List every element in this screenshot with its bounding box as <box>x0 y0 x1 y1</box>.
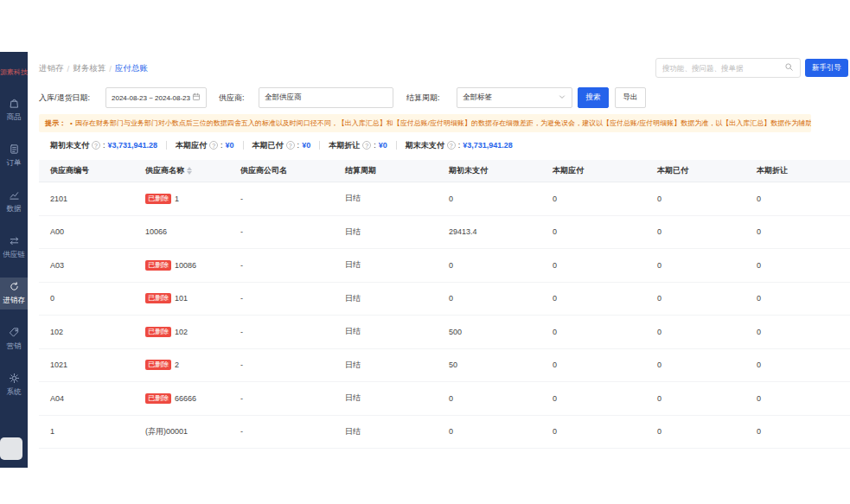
cell-opening: 0 <box>438 261 541 270</box>
supplier-name: (弃用)00001 <box>145 426 188 437</box>
cell-paid: 0 <box>646 328 745 336</box>
sidebar-item-supply-chain[interactable]: 供应链 <box>0 232 28 264</box>
table-row[interactable]: A0010066-日结29413.4000 <box>39 216 850 250</box>
cell-paid: 0 <box>646 394 745 403</box>
table-row[interactable]: 2101已删除1-日结0000 <box>39 182 850 216</box>
summary-colon: : <box>220 141 223 150</box>
cell-company: - <box>229 195 334 203</box>
breadcrumb-item[interactable]: 财务核算 <box>73 63 105 74</box>
cell-period: 日结 <box>334 193 438 204</box>
floating-widget[interactable] <box>0 437 22 460</box>
cell-discount: 0 <box>745 195 850 203</box>
cell-paid: 0 <box>646 294 745 303</box>
summary-divider <box>396 141 397 150</box>
table-header: 供应商编号 供应商名称 供应商公司名 结算周期 期初未支付 本期应付 本期已付 … <box>39 160 850 182</box>
cell-name: (弃用)00001 <box>134 426 229 437</box>
cell-company: - <box>229 427 334 436</box>
summary-value: ¥3,731,941.28 <box>463 141 513 150</box>
supplier-name: 1 <box>175 195 179 203</box>
chevron-down-icon <box>558 93 566 103</box>
cell-code: 1 <box>39 427 134 436</box>
summary-colon: : <box>374 141 376 150</box>
cell-paid: 0 <box>646 227 745 236</box>
summary-value: ¥0 <box>379 141 387 150</box>
date-range-input[interactable]: 2024-08-23 ~ 2024-08-23 <box>105 87 207 108</box>
summary-value: ¥0 <box>302 141 310 150</box>
cell-discount: 0 <box>745 328 850 336</box>
info-icon[interactable]: ? <box>362 141 371 150</box>
cell-period: 日结 <box>334 392 438 404</box>
date-range-value: 2024-08-23 ~ 2024-08-23 <box>112 94 190 102</box>
info-icon[interactable]: ? <box>447 141 456 150</box>
cell-period: 日结 <box>334 360 438 371</box>
cell-code: A00 <box>39 227 134 236</box>
supplier-name: 66666 <box>175 394 196 403</box>
data-icon <box>9 189 20 202</box>
info-icon[interactable]: ? <box>92 141 100 150</box>
cell-opening: 50 <box>438 360 541 369</box>
summary-value: ¥0 <box>226 141 234 150</box>
breadcrumb: 进销存 财务核算 应付总账 <box>39 63 148 74</box>
sidebar-item-label: 商品 <box>7 112 22 123</box>
summary-label: 本期折让 <box>329 140 360 151</box>
sidebar-item-system[interactable]: 系统 <box>0 369 28 401</box>
col-header-opening: 期初未支付 <box>438 165 541 176</box>
table-row[interactable]: 102已删除102-日结500000 <box>39 316 850 349</box>
sidebar-item-goods[interactable]: 商品 <box>0 94 28 126</box>
cell-opening: 0 <box>438 294 541 303</box>
summary-label: 期末未支付 <box>406 140 444 151</box>
supplier-name: 102 <box>175 328 188 336</box>
table-row[interactable]: A03已删除10086-日结0000 <box>39 249 850 283</box>
info-icon[interactable]: ? <box>286 141 295 150</box>
summary-divider <box>319 141 320 150</box>
period-select-value: 全部标签 <box>463 93 492 103</box>
cell-discount: 0 <box>745 294 850 303</box>
global-search[interactable] <box>655 58 801 78</box>
summary-bar: 期初未支付?:¥3,731,941.28 本期应付?:¥0 本期已付?:¥0 本… <box>39 137 513 154</box>
sidebar-item-data[interactable]: 数据 <box>0 186 28 218</box>
col-header-name[interactable]: 供应商名称 <box>134 165 229 176</box>
deleted-badge: 已删除 <box>145 293 171 303</box>
table-row[interactable]: 0已删除101-日结0000 <box>39 283 850 316</box>
inventory-icon <box>9 281 20 294</box>
table-row[interactable]: 1(弃用)00001-日结0000 <box>39 416 850 450</box>
deleted-badge: 已删除 <box>145 360 171 370</box>
info-icon[interactable]: ? <box>209 141 218 150</box>
cell-company: - <box>229 261 334 270</box>
cell-paid: 0 <box>646 261 745 270</box>
period-select[interactable]: 全部标签 <box>457 87 572 108</box>
cell-company: - <box>229 294 334 303</box>
supplier-input[interactable] <box>265 93 387 102</box>
sidebar-item-orders[interactable]: 订单 <box>0 140 28 172</box>
supplier-name: 10086 <box>175 261 196 270</box>
table-row[interactable]: A04已删除66666-日结0000 <box>39 382 850 416</box>
cell-period: 日结 <box>334 259 438 271</box>
cell-period: 日结 <box>334 293 438 304</box>
sidebar: 源素科技 商品 订单 数据 供应链 进销存 营销 系统 <box>0 52 28 468</box>
supplier-name: 2 <box>175 360 179 369</box>
cell-discount: 0 <box>745 394 850 403</box>
supplier-input-wrap[interactable] <box>259 87 393 108</box>
sort-icon[interactable] <box>187 167 192 175</box>
export-button[interactable]: 导出 <box>615 87 646 108</box>
table-row[interactable]: 1021已删除2-日结50000 <box>39 349 850 383</box>
notice-text: 因存在财务部门与业务部门对小数点后三位的数据四舍五入的标准以及时间口径不同，【出… <box>75 119 811 127</box>
cell-company: - <box>229 360 334 369</box>
cell-company: - <box>229 227 334 236</box>
search-input[interactable] <box>662 64 784 73</box>
breadcrumb-separator <box>64 64 73 73</box>
supplier-name: 101 <box>175 294 188 303</box>
cell-discount: 0 <box>745 360 850 369</box>
summary-divider <box>166 141 167 150</box>
breadcrumb-item[interactable]: 进销存 <box>39 63 64 74</box>
cell-payable: 0 <box>541 328 646 336</box>
orders-icon <box>9 144 20 156</box>
app-logo: 源素科技 <box>0 69 28 77</box>
newbie-guide-button[interactable]: 新手引导 <box>805 59 848 77</box>
sidebar-item-inventory[interactable]: 进销存 <box>0 278 28 309</box>
sidebar-item-marketing[interactable]: 营销 <box>0 323 28 355</box>
cell-payable: 0 <box>541 427 646 436</box>
supply-chain-icon <box>9 235 20 248</box>
search-button[interactable]: 搜索 <box>578 87 609 108</box>
cell-period: 日结 <box>334 226 438 238</box>
